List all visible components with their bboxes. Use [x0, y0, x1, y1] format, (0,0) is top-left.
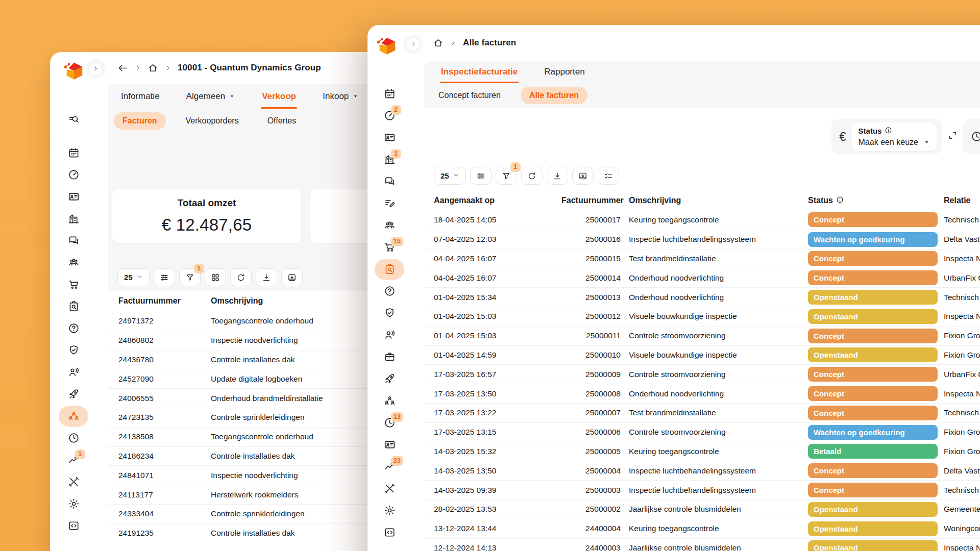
- sidebar-item-contacts[interactable]: [384, 132, 396, 144]
- sidebar-collapse-button[interactable]: [406, 37, 420, 51]
- sidebar-item-team[interactable]: [68, 410, 80, 422]
- invoice-row[interactable]: 01-04-2025 15:0325000012Visuele bouwkund…: [424, 307, 980, 326]
- tab-rapporten[interactable]: Rapporten: [531, 61, 598, 83]
- sidebar-item-calendar[interactable]: [384, 88, 396, 100]
- sidebar-item-search[interactable]: [68, 114, 80, 126]
- subtab-concept-facturen[interactable]: Concept facturen: [430, 87, 509, 104]
- sidebar-item-projects[interactable]: [384, 373, 396, 385]
- invoice-row[interactable]: 17-03-2025 13:5025000008Onderhoud noodve…: [424, 384, 980, 403]
- sidebar-item-organization[interactable]: 1: [384, 154, 396, 166]
- column-settings-button[interactable]: [154, 268, 175, 286]
- invoice-row[interactable]: 18-04-2025 14:0525000017Keuring toegangs…: [424, 210, 980, 230]
- invoice-row[interactable]: 13-12-2024 13:4424400004Keuring toegangs…: [424, 519, 980, 538]
- filter-button[interactable]: 1: [496, 167, 517, 185]
- home-icon[interactable]: [433, 38, 444, 48]
- filter-button[interactable]: 1: [179, 268, 201, 286]
- sidebar-item-developer[interactable]: [68, 520, 80, 532]
- speedometer-icon: [68, 169, 80, 181]
- invoice-row[interactable]: 04-04-2025 16:0725000015Test brandmeldin…: [424, 249, 980, 268]
- sidebar-item-reports[interactable]: 23: [384, 461, 396, 473]
- sidebar-item-contacts[interactable]: [68, 191, 80, 203]
- export-button[interactable]: [281, 268, 303, 286]
- invoice-row[interactable]: 14-03-2025 15:3225000005Keuring toegangs…: [424, 442, 980, 461]
- sidebar-collapse-button[interactable]: [89, 62, 103, 76]
- tab-verkoop[interactable]: Verkoop: [249, 84, 309, 109]
- sidebar-item-customers[interactable]: [384, 329, 396, 341]
- sidebar-item-relations[interactable]: [68, 257, 80, 269]
- page-size-select[interactable]: 25: [117, 268, 150, 286]
- sidebar-item-team[interactable]: [384, 395, 396, 407]
- invoice-row[interactable]: 01-04-2025 14:5925000010Visuele bouwkund…: [424, 345, 980, 365]
- download-button[interactable]: [547, 167, 568, 185]
- sidebar-item-messages[interactable]: [384, 176, 396, 188]
- sidebar-item-developer[interactable]: [384, 527, 396, 539]
- sidebar-item-services[interactable]: [384, 351, 396, 363]
- sidebar-item-settings[interactable]: [68, 498, 80, 510]
- invoice-row[interactable]: 17-03-2025 13:1525000006Controle stroomv…: [424, 422, 980, 442]
- column-header[interactable]: Factuurnummer: [118, 296, 211, 306]
- sidebar-item-calendar[interactable]: [68, 147, 80, 159]
- download-button[interactable]: [256, 268, 277, 286]
- column-header[interactable]: Omschrijving: [621, 196, 808, 205]
- sidebar-item-reports[interactable]: 1: [68, 454, 80, 466]
- app-logo-icon[interactable]: [62, 59, 86, 83]
- status-filter-dropdown[interactable]: Status Maak een keuze: [852, 122, 937, 151]
- subtab-facturen[interactable]: Facturen: [114, 112, 166, 130]
- sidebar-item-settings[interactable]: [384, 505, 396, 517]
- sidebar-item-cards[interactable]: [384, 439, 396, 451]
- column-settings-button[interactable]: [470, 167, 492, 185]
- export-button[interactable]: [572, 167, 594, 185]
- sidebar-item-sales[interactable]: [68, 279, 80, 291]
- column-header[interactable]: Status: [808, 196, 938, 206]
- page-size-select[interactable]: 25: [434, 167, 466, 185]
- sidebar-item-tools[interactable]: [68, 476, 80, 488]
- back-arrow-icon[interactable]: [117, 63, 128, 73]
- sidebar-item-dashboard[interactable]: [68, 169, 80, 181]
- refresh-button[interactable]: [230, 268, 252, 286]
- tab-algemeen[interactable]: Algemeen: [173, 84, 249, 109]
- column-header[interactable]: Relatie: [938, 196, 980, 205]
- invoice-row[interactable]: 14-03-2025 13:5025000004Inspectie luchtb…: [424, 461, 980, 480]
- invoice-row[interactable]: 01-04-2025 15:3425000013Onderhoud noodve…: [424, 287, 980, 307]
- subtab-alle-facturen[interactable]: Alle facturen: [521, 87, 587, 104]
- sidebar-item-time[interactable]: 13: [384, 417, 396, 429]
- invoice-row[interactable]: 17-03-2025 13:2225000007Test brandmeldin…: [424, 403, 980, 422]
- sidebar-item-organization[interactable]: [68, 213, 80, 225]
- invoice-row[interactable]: 04-04-2025 16:0725000014Onderhoud noodve…: [424, 268, 980, 287]
- refresh-button[interactable]: [521, 167, 543, 185]
- invoice-row[interactable]: 28-02-2025 13:5325000002Jaarlijkse contr…: [424, 499, 980, 519]
- tab-inspectiefacturatie[interactable]: Inspectiefacturatie: [428, 61, 531, 83]
- sidebar-item-compliance[interactable]: [68, 344, 80, 357]
- sidebar-item-tasks[interactable]: [384, 197, 396, 210]
- sidebar-item-help[interactable]: [68, 322, 80, 335]
- sidebar-item-help[interactable]: [384, 285, 396, 297]
- invoice-description: Test brandmeldinstallatie: [621, 408, 808, 417]
- sidebar-item-projects[interactable]: [68, 388, 80, 400]
- sidebar-item-relations[interactable]: [384, 219, 396, 232]
- subtab-offertes[interactable]: Offertes: [259, 112, 305, 130]
- subtab-verkooporders[interactable]: Verkooporders: [177, 112, 248, 130]
- sidebar-item-dashboard[interactable]: 2: [384, 110, 396, 122]
- sidebar-item-customers[interactable]: [68, 366, 80, 379]
- app-logo-icon[interactable]: [375, 34, 399, 58]
- sidebar-item-tools[interactable]: [384, 483, 396, 495]
- invoice-row[interactable]: 07-04-2025 12:0325000016Inspectie luchtb…: [424, 230, 980, 249]
- layout-button[interactable]: [205, 268, 226, 286]
- bulk-select-button[interactable]: [598, 167, 619, 185]
- invoice-row[interactable]: 12-12-2024 14:1324400003Jaarlijkse contr…: [424, 538, 980, 551]
- sidebar-item-time[interactable]: [68, 432, 80, 444]
- sidebar-item-messages[interactable]: [68, 235, 80, 247]
- expand-icon[interactable]: [946, 130, 959, 143]
- home-icon[interactable]: [148, 63, 158, 73]
- invoice-row[interactable]: 14-03-2025 09:3925000003Inspectie luchtb…: [424, 480, 980, 499]
- invoice-row[interactable]: 01-04-2025 15:0325000011Controle stroomv…: [424, 326, 980, 345]
- sidebar-item-sales[interactable]: 15: [384, 241, 396, 254]
- tab-informatie[interactable]: Informatie: [108, 84, 173, 109]
- tab-inkoop[interactable]: Inkoop: [309, 84, 372, 109]
- invoice-row[interactable]: 17-03-2025 16:5725000009Controle stroomv…: [424, 364, 980, 384]
- sidebar-item-inspections[interactable]: [384, 263, 396, 276]
- sidebar-item-inspections[interactable]: [68, 300, 80, 313]
- sidebar-item-compliance[interactable]: [384, 307, 396, 319]
- column-header[interactable]: Factuurnummer: [561, 196, 621, 205]
- column-header[interactable]: Aangemaakt op: [434, 196, 561, 205]
